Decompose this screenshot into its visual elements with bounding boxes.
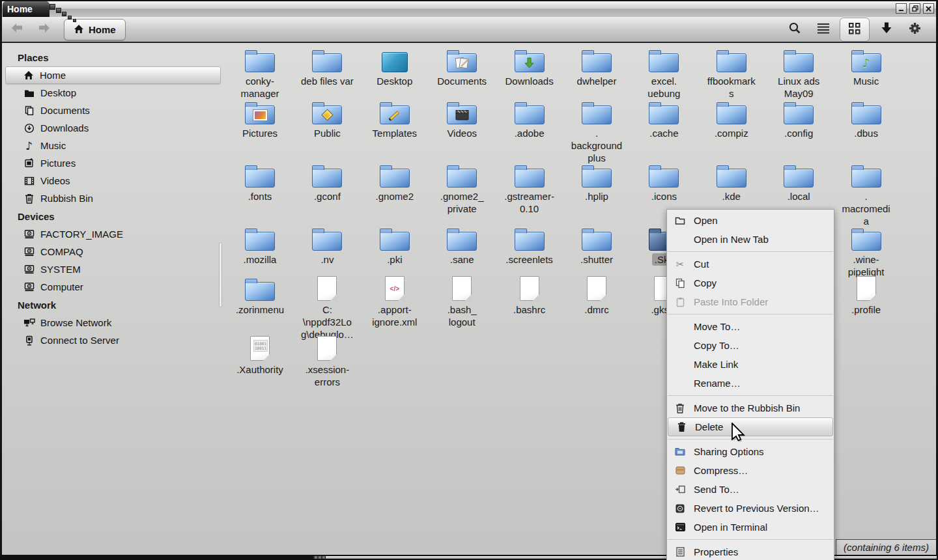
folder-icon <box>515 169 545 188</box>
file-item-ffbookmarks[interactable]: ffbookmarks <box>698 49 765 100</box>
titlebar[interactable]: Home <box>2 1 936 17</box>
menu-item-delete[interactable]: Delete <box>668 417 833 436</box>
search-button[interactable] <box>782 18 806 41</box>
menu-item-cut[interactable]: ✂Cut <box>667 255 834 273</box>
menu-item-open[interactable]: Open <box>667 211 834 230</box>
file-item-local[interactable]: .local <box>765 164 832 203</box>
menu-item-copy-to[interactable]: Copy To… <box>667 336 834 355</box>
sidebar-item-music[interactable]: ♪Music <box>2 137 222 154</box>
file-item-adobe[interactable]: .adobe <box>496 101 563 139</box>
file-item-deb-files-var[interactable]: deb files var <box>293 49 361 87</box>
file-item-gstreamer-0-10[interactable]: .gstreamer-0.10 <box>496 164 563 215</box>
menu-item-compress[interactable]: Compress… <box>667 461 834 480</box>
grid-view-button[interactable] <box>840 18 870 42</box>
forward-button[interactable] <box>36 21 51 37</box>
file-item-config[interactable]: .config <box>765 101 832 139</box>
settings-button[interactable] <box>903 18 927 41</box>
file-item-downloads[interactable]: Downloads <box>496 49 563 87</box>
file-item-fonts[interactable]: .fonts <box>226 164 294 203</box>
sidebar-item-rubbish-bin[interactable]: Rubbish Bin <box>2 189 222 207</box>
sidebar-item-compaq[interactable]: COMPAQ <box>2 243 222 260</box>
file-item-music[interactable]: ♪Music <box>832 49 900 87</box>
file-item-excel-uebung[interactable]: excel.uebung <box>630 49 698 100</box>
menu-item-move-to[interactable]: Move To… <box>667 317 834 336</box>
menu-item-open-in-terminal[interactable]: Open in Terminal <box>667 518 834 537</box>
close-button[interactable] <box>923 3 934 14</box>
file-item-profile[interactable]: .profile <box>832 277 900 316</box>
file-item-cache[interactable]: .cache <box>630 101 698 139</box>
file-item-c-nppdf32log-debuglo[interactable]: C:\nppdf32Log\debuglo… <box>293 277 361 341</box>
file-item-desktop[interactable]: Desktop <box>361 49 429 87</box>
file-label: excel.uebung <box>647 75 680 100</box>
menu-item-make-link[interactable]: Make Link <box>667 355 834 374</box>
sidebar-item-videos[interactable]: Videos <box>2 172 222 189</box>
file-item-zorinmenu[interactable]: .zorinmenu <box>226 277 294 316</box>
file-item-dmrc[interactable]: .dmrc <box>563 277 631 316</box>
file-item-gnome2[interactable]: .gnome2 <box>361 164 429 203</box>
file-item-conky-manager[interactable]: conky-manager <box>226 49 294 100</box>
menu-item-revert-to-previous-version[interactable]: Revert to Previous Version… <box>667 499 834 518</box>
menu-item-rename[interactable]: Rename… <box>667 374 834 393</box>
menu-item-properties[interactable]: Properties <box>667 542 834 560</box>
file-label-line: deb files var <box>301 75 354 87</box>
file-item-compiz[interactable]: .compiz <box>698 101 765 139</box>
sidebar-item-desktop[interactable]: Desktop <box>2 84 222 102</box>
file-item-pki[interactable]: .pki <box>361 227 429 266</box>
file-item-templates[interactable]: Templates <box>361 101 429 139</box>
search-icon <box>788 21 801 37</box>
list-view-button[interactable] <box>811 18 835 41</box>
folder-icon <box>312 105 342 124</box>
restore-button[interactable] <box>909 3 920 14</box>
file-item-gconf[interactable]: .gconf <box>293 164 361 203</box>
file-item-sane[interactable]: .sane <box>428 227 496 266</box>
minimize-button[interactable] <box>896 3 907 14</box>
file-item-bash-logout[interactable]: .bash_logout <box>428 277 496 328</box>
sidebar-item-computer[interactable]: Computer <box>2 278 222 296</box>
file-item-shutter[interactable]: .shutter <box>563 227 631 266</box>
sidebar-item-connect-to-server[interactable]: Connect to Server <box>2 331 222 349</box>
file-item-dwhelper[interactable]: dwhelper <box>563 49 631 87</box>
menu-item-send-to[interactable]: Send To… <box>667 480 834 499</box>
file-item-documents[interactable]: Documents <box>428 49 496 87</box>
file-item-gnome2-private[interactable]: .gnome2_private <box>428 164 496 215</box>
file-item-mozilla[interactable]: .mozilla <box>226 227 294 266</box>
file-item-bashrc[interactable]: .bashrc <box>496 277 563 316</box>
file-item-macromedia[interactable]: .macromedia <box>832 164 900 227</box>
file-item-xauthority[interactable]: 0100110011.Xauthority <box>226 337 294 376</box>
sidebar-item-pictures[interactable]: Pictures <box>2 154 222 172</box>
file-label-line: .xsession- <box>306 363 350 376</box>
file-item-dbus[interactable]: .dbus <box>832 101 900 139</box>
file-item-pictures[interactable]: Pictures <box>226 101 294 139</box>
menu-item-open-in-new-tab[interactable]: Open in New Tab <box>667 230 834 249</box>
server-icon <box>22 335 36 346</box>
menu-item-copy[interactable]: Copy <box>667 273 834 292</box>
file-item-icons[interactable]: .icons <box>630 164 698 203</box>
sidebar-item-system[interactable]: SYSTEM <box>2 260 222 278</box>
folder-icon <box>245 232 275 251</box>
file-item-videos[interactable]: Videos <box>428 101 496 139</box>
file-item-linux-adsmay09[interactable]: Linux adsMay09 <box>765 49 832 100</box>
file-label-line: uebung <box>647 87 680 100</box>
file-item-hplip[interactable]: .hplip <box>563 164 631 203</box>
menu-item-sharing-options[interactable]: Sharing Options <box>667 442 834 461</box>
folder-icon <box>312 232 342 251</box>
file-item-kde[interactable]: .kde <box>698 164 765 203</box>
file-item-nv[interactable]: .nv <box>293 227 361 266</box>
sidebar-item-browse-network[interactable]: Browse Network <box>2 314 222 331</box>
back-button[interactable] <box>10 21 25 37</box>
file-item-apport-ignore-xml[interactable]: </>.apport-ignore.xml <box>361 277 429 328</box>
sidebar-item-factory-image[interactable]: FACTORY_IMAGE <box>2 225 222 243</box>
sidebar-item-downloads[interactable]: Downloads <box>2 119 222 137</box>
file-item-wine-pipelight[interactable]: .wine-pipelight <box>832 227 900 278</box>
menu-item-move-to-the-rubbish-bin[interactable]: Move to the Rubbish Bin <box>667 399 834 417</box>
file-manager-window: Home Home <box>0 0 938 560</box>
file-item-screenlets[interactable]: .screenlets <box>496 227 563 266</box>
download-button[interactable] <box>874 18 898 41</box>
menu-item-label: Open in New Tab <box>694 234 769 245</box>
file-item-xsession-errors[interactable]: .xsession-errors <box>293 337 361 388</box>
sidebar-item-home[interactable]: Home <box>5 66 221 84</box>
file-item-public[interactable]: Public <box>293 101 361 139</box>
sidebar-item-documents[interactable]: Documents <box>2 102 222 119</box>
file-label-line: .Xauthority <box>236 363 283 376</box>
file-item-backgroundplus[interactable]: .backgroundplus <box>563 101 631 164</box>
